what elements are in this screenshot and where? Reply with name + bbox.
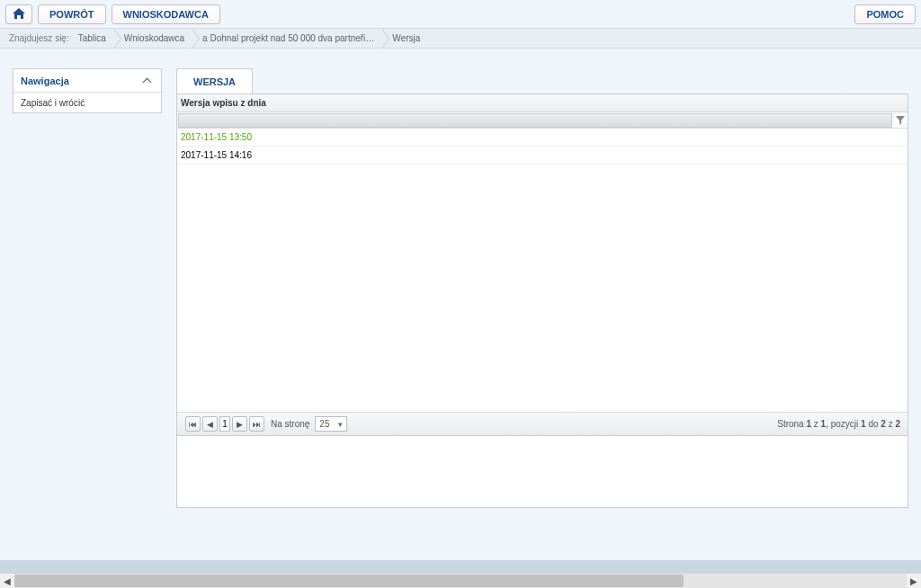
table-row[interactable]: 2017-11-15 13:50 <box>177 129 908 147</box>
grid-column-header[interactable]: Wersja wpisu z dnia <box>177 94 908 112</box>
nav-title: Nawigacja <box>21 76 69 86</box>
content-area: WERSJA Wersja wpisu z dnia 2017-11-15 13… <box>176 68 910 508</box>
grid-body: 2017-11-15 13:50 2017-11-15 14:16 <box>177 129 908 412</box>
scroll-left-button[interactable]: ◀ <box>0 574 14 588</box>
pager-first[interactable]: ⏮ <box>185 416 201 432</box>
topbar-left: POWRÓT WNIOSKODAWCA <box>5 4 220 24</box>
filter-input[interactable] <box>178 113 892 128</box>
main-area: Nawigacja Zapisać i wrócić WERSJA Wersja… <box>0 49 921 519</box>
pager-text: z <box>886 419 896 429</box>
home-icon <box>13 8 25 21</box>
breadcrumb-item-3[interactable]: Wersja <box>383 29 429 49</box>
back-button[interactable]: POWRÓT <box>38 4 106 24</box>
pager-info: Strona 1 z 1, pozycji 1 do 2 z 2 <box>777 419 900 429</box>
breadcrumb-item-2[interactable]: a Dohnal projekt nad 50 000 dva partneři… <box>193 29 383 49</box>
tab-strip: WERSJA <box>176 68 910 94</box>
footer-strip <box>0 560 921 574</box>
pager-text: , pozycji <box>826 419 861 429</box>
side-panel: Nawigacja Zapisać i wrócić <box>13 68 162 508</box>
breadcrumb: Znajdujesz się: Tablica Wnioskodawca a D… <box>0 29 921 49</box>
scroll-track[interactable] <box>14 574 907 588</box>
panel-spacer <box>176 436 908 508</box>
pager-pos-total: 2 <box>895 419 900 429</box>
pager-last[interactable]: ⏭ <box>249 416 264 432</box>
pager-page-input[interactable] <box>219 416 230 432</box>
pager-prev[interactable]: ◀ <box>202 416 218 432</box>
chevron-up-icon <box>141 77 154 85</box>
breadcrumb-item-1[interactable]: Wnioskodawca <box>115 29 193 49</box>
filter-row <box>177 112 908 129</box>
topbar-right: POMOC <box>854 4 916 24</box>
per-page-select[interactable]: 25 <box>315 416 347 432</box>
pager-text: z <box>811 419 821 429</box>
nav-item-save-return[interactable]: Zapisać i wrócić <box>13 93 161 112</box>
breadcrumb-label: Znajdujesz się: <box>9 33 69 43</box>
home-button[interactable] <box>5 4 32 24</box>
scroll-thumb[interactable] <box>14 575 684 587</box>
horizontal-scrollbar[interactable]: ◀ ▶ <box>0 574 921 588</box>
top-bar: POWRÓT WNIOSKODAWCA POMOC <box>0 0 921 29</box>
per-page-label: Na stronę <box>271 419 309 429</box>
pager-text: Strona <box>777 419 806 429</box>
pager-next[interactable]: ▶ <box>232 416 247 432</box>
filter-icon[interactable] <box>893 112 908 128</box>
grid-panel: Wersja wpisu z dnia 2017-11-15 13:50 201… <box>176 94 908 436</box>
nav-box: Nawigacja Zapisać i wrócić <box>13 68 162 113</box>
scroll-right-button[interactable]: ▶ <box>907 574 921 588</box>
pager: ⏮ ◀ ▶ ⏭ Na stronę 25 Strona 1 z 1, pozyc… <box>177 412 908 435</box>
table-row[interactable]: 2017-11-15 14:16 <box>177 147 908 165</box>
nav-header[interactable]: Nawigacja <box>13 69 161 93</box>
tab-version[interactable]: WERSJA <box>176 68 253 94</box>
breadcrumb-item-0[interactable]: Tablica <box>69 29 115 49</box>
help-button[interactable]: POMOC <box>854 4 916 24</box>
pager-text: do <box>866 419 881 429</box>
applicant-button[interactable]: WNIOSKODAWCA <box>112 4 220 24</box>
